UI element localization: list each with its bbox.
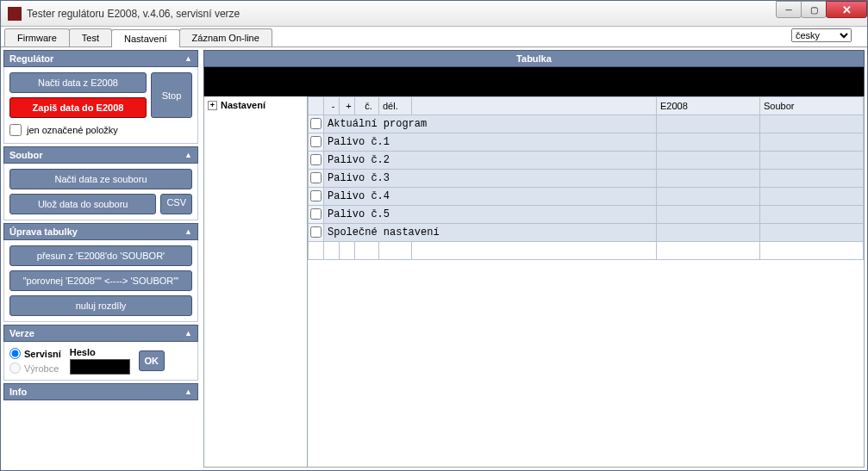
chevron-up-icon: ▲: [184, 151, 192, 159]
ok-button[interactable]: OK: [139, 350, 165, 371]
table-row-empty: [309, 242, 864, 260]
panel-verze: Verze ▲ Servisní Výrobce: [3, 325, 198, 381]
sidebar: Regulátor ▲ Načti data z E2008 Zapiš dat…: [1, 47, 201, 470]
only-checked-checkbox[interactable]: jen označené položky: [9, 122, 192, 138]
radio-vyrobce-input[interactable]: [9, 363, 21, 374]
language-select[interactable]: česky: [791, 28, 852, 42]
col-e2008[interactable]: E2008: [657, 97, 760, 115]
col-check[interactable]: [309, 97, 324, 115]
tree-root-label: Nastavení: [221, 100, 265, 110]
tab-test[interactable]: Test: [69, 28, 112, 46]
grid-area: + Nastavení - +: [203, 96, 865, 468]
compare-button[interactable]: "porovnej 'E2008'"' <----> 'SOUBOR'": [9, 270, 192, 291]
reset-diff-button[interactable]: nuluj rozdíly: [9, 295, 192, 316]
row-label: Aktuální program: [324, 115, 657, 133]
row-label: Palivo č.4: [324, 188, 657, 206]
table-row[interactable]: Aktuální program: [309, 115, 864, 133]
row-label: Palivo č.1: [324, 133, 657, 152]
close-button[interactable]: ✕: [826, 1, 867, 18]
chevron-up-icon: ▲: [184, 387, 192, 396]
row-check[interactable]: [310, 190, 322, 201]
expand-icon[interactable]: +: [208, 101, 217, 110]
col-minus[interactable]: -: [324, 97, 340, 115]
app-window: Tester regulátoru E2008, v.4.06, servisn…: [0, 0, 868, 471]
window-buttons: ─ ▢ ✕: [777, 1, 867, 26]
status-band: [203, 67, 865, 96]
row-label: Palivo č.2: [324, 152, 657, 170]
row-label: Palivo č.3: [324, 170, 657, 188]
only-checked-input[interactable]: [9, 124, 22, 136]
row-label: Společné nastavení: [324, 224, 657, 242]
row-check[interactable]: [310, 172, 322, 183]
table-row[interactable]: Palivo č.3: [309, 170, 864, 188]
read-e2008-button[interactable]: Načti data z E2008: [9, 72, 147, 93]
window-title: Tester regulátoru E2008, v.4.06, servisn…: [27, 8, 777, 20]
panel-uprava-header[interactable]: Úprava tabulky ▲: [3, 223, 198, 240]
tab-firmware[interactable]: Firmware: [4, 28, 70, 46]
table-panel: - + č. dél. E2008 Soubor Aktuální progra…: [308, 96, 864, 467]
app-icon: [8, 7, 22, 21]
radio-vyrobce-label: Výrobce: [24, 363, 59, 374]
row-check[interactable]: [310, 154, 322, 165]
col-soubor[interactable]: Soubor: [760, 97, 864, 115]
table-row[interactable]: Palivo č.2: [309, 152, 864, 170]
chevron-up-icon: ▲: [184, 54, 192, 63]
row-check[interactable]: [310, 208, 322, 220]
panel-uprava: Úprava tabulky ▲ přesun z 'E2008'do 'SOU…: [3, 223, 198, 322]
language-select-wrap: česky: [791, 28, 852, 42]
move-button[interactable]: přesun z 'E2008'do 'SOUBOR': [9, 245, 192, 266]
panel-regulator-header[interactable]: Regulátor ▲: [3, 50, 198, 67]
panel-regulator-title: Regulátor: [9, 53, 53, 64]
tab-zaznam[interactable]: Záznam On-line: [179, 28, 272, 46]
panel-soubor-title: Soubor: [9, 150, 43, 160]
radio-servisni[interactable]: Servisní: [9, 348, 61, 359]
tab-bar: Firmware Test Nastavení Záznam On-line č…: [1, 27, 867, 47]
table-empty-space: [308, 260, 864, 467]
panel-info-header[interactable]: Info ▲: [3, 383, 198, 400]
data-table: - + č. dél. E2008 Soubor Aktuální progra…: [308, 96, 864, 260]
tree-root[interactable]: + Nastavení: [208, 100, 303, 110]
col-plus[interactable]: +: [340, 97, 355, 115]
table-row[interactable]: Palivo č.5: [309, 206, 864, 224]
col-name[interactable]: [412, 97, 657, 115]
password-input[interactable]: [70, 359, 130, 375]
row-label: Palivo č.5: [324, 206, 657, 224]
minimize-button[interactable]: ─: [776, 1, 802, 18]
save-file-button[interactable]: Ulož data do souboru: [9, 194, 156, 214]
read-file-button[interactable]: Načti data ze souboru: [9, 169, 192, 189]
row-check[interactable]: [310, 118, 322, 129]
panel-verze-header[interactable]: Verze ▲: [3, 325, 198, 342]
col-del[interactable]: dél.: [379, 97, 412, 115]
tab-nastaveni[interactable]: Nastavení: [111, 29, 180, 47]
radio-servisni-input[interactable]: [9, 348, 21, 359]
write-e2008-button[interactable]: Zapiš data do E2008: [9, 97, 147, 118]
stop-button[interactable]: Stop: [151, 72, 192, 118]
row-check[interactable]: [310, 226, 322, 238]
table-row[interactable]: Palivo č.4: [309, 188, 864, 206]
table-row[interactable]: Společné nastavení: [309, 224, 864, 242]
radio-servisni-label: Servisní: [24, 349, 61, 359]
chevron-up-icon: ▲: [184, 329, 192, 338]
radio-vyrobce[interactable]: Výrobce: [9, 363, 61, 374]
panel-soubor: Soubor ▲ Načti data ze souboru Ulož data…: [3, 146, 198, 220]
panel-info: Info ▲: [3, 383, 198, 400]
password-label: Heslo: [70, 347, 130, 357]
panel-uprava-title: Úprava tabulky: [9, 226, 78, 237]
table-row[interactable]: Palivo č.1: [309, 133, 864, 152]
csv-button[interactable]: CSV: [160, 194, 192, 214]
panel-verze-title: Verze: [9, 328, 34, 338]
tree-panel: + Nastavení: [204, 96, 308, 467]
chevron-up-icon: ▲: [184, 227, 192, 236]
only-checked-label: jen označené položky: [27, 125, 118, 135]
panel-info-title: Info: [9, 387, 27, 397]
main-area: Tabulka + Nastavení: [201, 47, 867, 470]
password-box: Heslo: [70, 347, 130, 375]
content: Regulátor ▲ Načti data z E2008 Zapiš dat…: [1, 47, 867, 470]
maximize-button[interactable]: ▢: [801, 1, 827, 18]
panel-soubor-header[interactable]: Soubor ▲: [3, 146, 198, 164]
col-num[interactable]: č.: [355, 97, 379, 115]
table-header-row: - + č. dél. E2008 Soubor: [309, 97, 864, 115]
row-check[interactable]: [310, 136, 322, 147]
titlebar: Tester regulátoru E2008, v.4.06, servisn…: [1, 1, 867, 27]
panel-regulator: Regulátor ▲ Načti data z E2008 Zapiš dat…: [3, 50, 198, 144]
